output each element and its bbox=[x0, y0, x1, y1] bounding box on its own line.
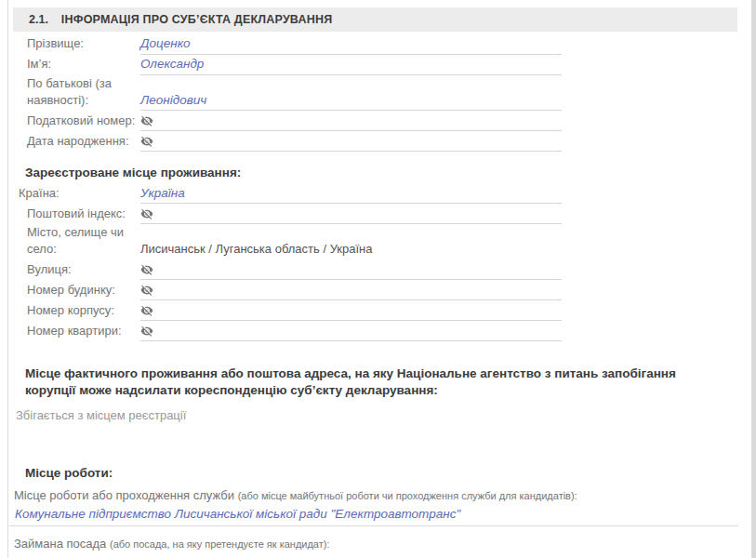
workplace-heading: Місце роботи: bbox=[25, 466, 751, 480]
field-label: Дата народження: bbox=[27, 133, 140, 153]
field-label: Номер квартири: bbox=[27, 323, 140, 342]
field-label: Країна: bbox=[19, 185, 140, 205]
field-label: Вулиця: bbox=[27, 261, 140, 281]
residence-fields: Країна: Україна Поштовий індекс: Місто, … bbox=[8, 183, 751, 341]
field-row: Прізвище: Доценко bbox=[8, 34, 751, 55]
field-value-hidden bbox=[140, 325, 562, 341]
field-value-hidden bbox=[140, 304, 562, 321]
field-row: Поштовий індекс: bbox=[8, 204, 751, 224]
field-value-hidden bbox=[140, 135, 562, 152]
field-label: Ім’я: bbox=[27, 56, 140, 75]
field-value: Леонідович bbox=[140, 92, 562, 112]
position-value: Директор bbox=[9, 552, 738, 558]
field-value-hidden bbox=[140, 284, 562, 300]
position-label-main: Займана посада bbox=[14, 537, 110, 551]
field-value-hidden bbox=[140, 207, 562, 224]
field-label: Прізвище: bbox=[27, 35, 140, 55]
workplace-label-main: Місце роботи або проходження служби bbox=[14, 488, 238, 502]
section-number: 2.1. bbox=[29, 13, 48, 26]
section-title: ІНФОРМАЦІЯ ПРО СУБ’ЄКТА ДЕКЛАРУВАННЯ bbox=[61, 13, 332, 26]
field-label: Місто, селище чи село: bbox=[27, 224, 140, 259]
field-label: По батькові (за наявності): bbox=[27, 75, 140, 111]
right-gutter bbox=[751, 0, 756, 558]
eye-slash-icon bbox=[140, 207, 153, 220]
mailing-address-heading: Місце фактичного проживання або поштова … bbox=[25, 365, 728, 399]
field-row: Податковий номер: bbox=[8, 111, 751, 131]
field-value: Україна bbox=[140, 185, 562, 205]
workplace-label: Місце роботи або проходження служби (або… bbox=[14, 488, 751, 502]
field-row: Номер квартири: bbox=[8, 321, 751, 341]
field-row: Ім’я: Олександр bbox=[8, 55, 751, 75]
field-value-hidden bbox=[140, 263, 562, 280]
field-value: Лисичанськ / Луганська область / Україна bbox=[140, 242, 372, 259]
field-label: Номер будинку: bbox=[27, 282, 140, 301]
position-label-note: (або посада, на яку претендуєте як канди… bbox=[110, 538, 330, 550]
field-row: По батькові (за наявності): Леонідович bbox=[8, 75, 751, 111]
eye-slash-icon bbox=[140, 284, 153, 297]
field-row: Вулиця: bbox=[8, 259, 751, 280]
field-row: Номер корпусу: bbox=[8, 300, 751, 321]
field-value: Доценко bbox=[140, 35, 562, 55]
declaration-card: 2.1. ІНФОРМАЦІЯ ПРО СУБ’ЄКТА ДЕКЛАРУВАНН… bbox=[7, 0, 751, 558]
section-header-bar: 2.1. ІНФОРМАЦІЯ ПРО СУБ’ЄКТА ДЕКЛАРУВАНН… bbox=[13, 7, 737, 32]
field-row: Дата народження: bbox=[8, 131, 751, 152]
eye-slash-icon bbox=[140, 263, 153, 276]
field-label: Податковий номер: bbox=[27, 113, 140, 132]
field-value-hidden bbox=[140, 114, 562, 131]
eye-slash-icon bbox=[140, 325, 153, 338]
field-label: Поштовий індекс: bbox=[27, 206, 140, 225]
residence-heading: Зареєстроване місце проживання: bbox=[25, 166, 751, 179]
field-value: Олександр bbox=[140, 56, 562, 75]
eye-slash-icon bbox=[140, 304, 153, 317]
field-row: Номер будинку: bbox=[8, 280, 751, 300]
person-fields: Прізвище: Доценко Ім’я: Олександр По бат… bbox=[8, 34, 751, 152]
eye-slash-icon bbox=[140, 135, 153, 148]
position-label: Займана посада (або посада, на яку прете… bbox=[14, 537, 751, 551]
workplace-label-note: (або місце майбутньої роботи чи проходже… bbox=[238, 490, 577, 501]
field-label: Номер корпусу: bbox=[27, 302, 140, 322]
mailing-address-value: Збігається з місцем реєстрації bbox=[16, 408, 751, 422]
field-row: Місто, селище чи село: Лисичанськ / Луга… bbox=[8, 224, 751, 259]
workplace-value: Комунальне підприємство Лисичанської міс… bbox=[9, 504, 738, 526]
eye-slash-icon bbox=[140, 114, 153, 127]
field-row: Країна: Україна bbox=[8, 183, 751, 204]
